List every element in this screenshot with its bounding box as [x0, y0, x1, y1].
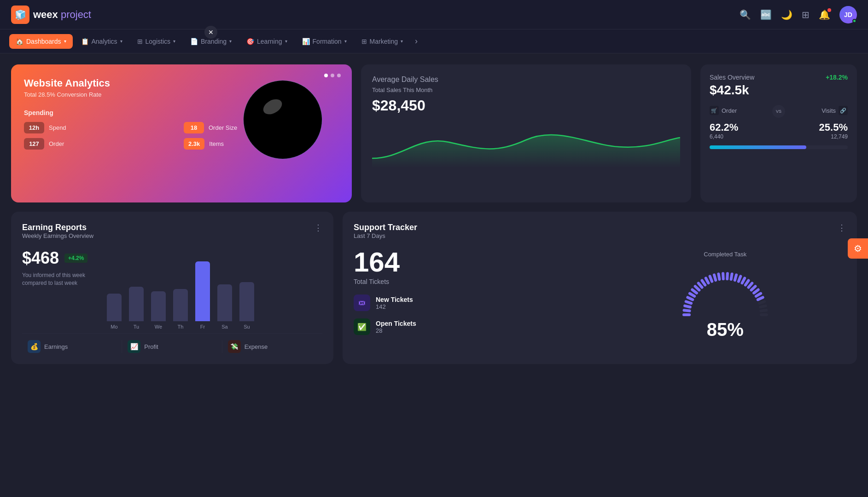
new-tickets-name: New Tickets — [376, 296, 413, 303]
profit-footer-icon: 📈 — [128, 340, 140, 353]
open-tickets-item: ✅ Open Tickets 28 — [354, 318, 595, 335]
earnings-more-icon[interactable]: ⋮ — [314, 223, 322, 233]
open-tickets-icon: ✅ — [354, 318, 370, 335]
bar-we — [151, 291, 166, 321]
bar-sa — [217, 284, 232, 321]
order-label: 🛒 Order — [710, 106, 769, 115]
sphere-decoration — [241, 78, 333, 170]
support-title: Support Tracker — [354, 223, 417, 232]
nav-item-analytics[interactable]: 📋 Analytics ▾ — [75, 34, 129, 49]
earnings-left: $468 +4.2% You informed of this week com… — [22, 248, 96, 287]
footer-earnings: 💰 Earnings — [22, 340, 122, 353]
order-values: 62.2% 6,440 — [710, 121, 738, 140]
earnings-header: Earning Reports Weekly Earnings Overview… — [22, 223, 322, 247]
search-icon[interactable]: 🔍 — [740, 9, 751, 20]
gauge-container — [675, 260, 776, 319]
learning-label: Learning — [257, 38, 282, 45]
moon-icon[interactable]: 🌙 — [781, 9, 792, 20]
svg-line-42 — [756, 294, 761, 296]
footer-profit: 📈 Profit — [122, 340, 222, 353]
svg-line-28 — [706, 278, 709, 283]
support-left: 164 Total Tickets 🎟 New Tickets 142 ✅ Op… — [354, 248, 595, 342]
settings-icon: ⚙ — [854, 243, 862, 254]
stat-badge-127: 127 — [24, 138, 44, 150]
notification-bell-icon[interactable]: 🔔 — [819, 9, 830, 20]
nav-item-marketing[interactable]: ⊞ Marketing ▾ — [355, 34, 409, 49]
analytics-chevron: ▾ — [120, 39, 122, 44]
nav-item-dashboards[interactable]: 🏠 Dashboards ▾ — [9, 34, 73, 49]
bar-group-su: Su — [239, 282, 254, 329]
dot-3[interactable] — [337, 74, 341, 77]
svg-line-34 — [731, 274, 732, 279]
formation-icon: 📊 — [302, 38, 310, 45]
new-tickets-item: 🎟 New Tickets 142 — [354, 295, 595, 311]
support-tracker-card: Support Tracker Last 7 Days ⋮ 164 Total … — [343, 212, 857, 364]
bar-group-tu: Tu — [129, 287, 144, 329]
dashboards-chevron: ▾ — [64, 39, 66, 44]
progress-bar — [710, 145, 848, 149]
marketing-chevron: ▾ — [401, 39, 403, 44]
bar-label-we: We — [155, 324, 162, 329]
website-analytics-card: Website Analytics Total 28.5% Conversion… — [11, 64, 352, 202]
support-subtitle: Last 7 Days — [354, 232, 417, 239]
svg-line-22 — [687, 297, 693, 300]
svg-line-23 — [690, 294, 694, 296]
overview-header: Sales Overview +18.2% — [710, 74, 848, 81]
order-percent: 62.2% — [710, 121, 738, 133]
earnings-titles: Earning Reports Weekly Earnings Overview — [22, 223, 93, 247]
nav-item-logistics[interactable]: ⊞ Logistics ▾ — [131, 34, 182, 49]
svg-line-39 — [748, 283, 752, 287]
earnings-title: Earning Reports — [22, 223, 93, 232]
svg-line-38 — [746, 281, 749, 285]
translate-icon[interactable]: 🔤 — [760, 9, 772, 20]
stat-spend: 12h Spend — [24, 122, 179, 133]
stat-label-spend: Spend — [49, 124, 66, 131]
vs-badge: VS — [772, 105, 785, 118]
nav-item-formation[interactable]: 📊 Formation ▾ — [296, 34, 353, 49]
dot-2[interactable] — [331, 74, 334, 77]
nav-more-icon[interactable]: › — [415, 36, 418, 46]
analytics-label: Analytics — [92, 38, 117, 45]
learning-chevron: ▾ — [285, 39, 287, 44]
support-more-icon[interactable]: ⋮ — [838, 223, 846, 233]
support-content: 164 Total Tickets 🎟 New Tickets 142 ✅ Op… — [354, 248, 846, 342]
bar-label-tu: Tu — [134, 324, 139, 329]
earnings-amount: $468 — [22, 248, 59, 268]
svg-line-25 — [695, 286, 699, 290]
floating-settings-button[interactable]: ⚙ — [848, 238, 868, 259]
support-right: Completed Task — [605, 248, 846, 342]
vs-row: 🛒 Order VS Visits 🔗 — [710, 105, 848, 118]
new-tickets-icon: 🎟 — [354, 295, 370, 311]
svg-line-24 — [692, 290, 697, 293]
svg-line-33 — [727, 273, 728, 279]
order-col: 🛒 Order — [710, 106, 769, 117]
earnings-subtitle: Weekly Earnings Overview — [22, 232, 93, 239]
total-tickets-number: 164 — [354, 248, 595, 276]
carousel-dots — [324, 74, 341, 77]
grid-icon[interactable]: ⊞ — [802, 9, 810, 20]
nav-item-learning[interactable]: 🎯 Learning ▾ — [240, 34, 294, 49]
earnings-card: Earning Reports Weekly Earnings Overview… — [11, 212, 333, 364]
bar-chart: MoTuWeThFrSaSu — [107, 256, 254, 329]
total-tickets-label: Total Tickets — [354, 278, 595, 285]
branding-label: Branding — [201, 38, 227, 45]
stat-badge-12h: 12h — [24, 122, 44, 133]
bar-th — [173, 289, 188, 321]
bar-tu — [129, 287, 144, 321]
nav-item-branding[interactable]: ✕ 📄 Branding ▾ — [184, 34, 238, 49]
logo[interactable]: 🧊 weex project — [11, 6, 91, 24]
branding-close-icon[interactable]: ✕ — [204, 26, 217, 39]
marketing-icon: ⊞ — [361, 38, 367, 45]
avatar[interactable]: JD — [839, 6, 857, 23]
svg-line-29 — [710, 276, 711, 281]
logo-text: weex project — [33, 9, 91, 21]
logo-project: project — [58, 9, 91, 20]
stat-order: 127 Order — [24, 138, 179, 150]
dot-1[interactable] — [324, 74, 328, 77]
top-row: Website Analytics Total 28.5% Conversion… — [11, 64, 857, 202]
bar-fr — [195, 261, 210, 321]
expense-footer-label: Expense — [245, 343, 268, 350]
header-actions: 🔍 🔤 🌙 ⊞ 🔔 JD — [740, 6, 857, 23]
notification-dot — [827, 8, 831, 12]
svg-point-12 — [244, 81, 322, 159]
